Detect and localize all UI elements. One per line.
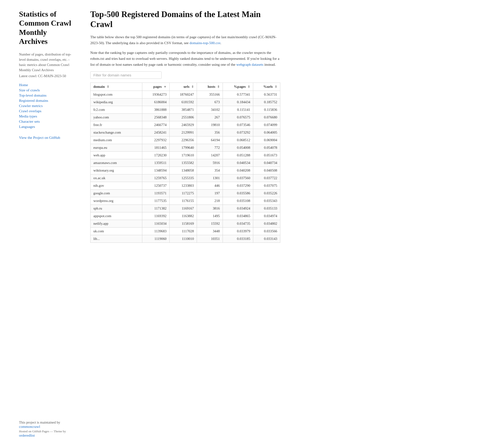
maintained-by-text: This project is maintained by commoncraw… xyxy=(19,420,74,429)
sidebar-nav-link[interactable]: Home xyxy=(19,83,28,87)
orderedlist-link[interactable]: orderedlist xyxy=(19,433,35,437)
table-row: web.app17202301719610142070.0512880.0516… xyxy=(90,151,280,159)
cell-pages: 1259765 xyxy=(142,174,169,182)
sort-icon-domain: ⇕ xyxy=(107,85,109,89)
cell-pctpages: 0.035108 xyxy=(223,197,253,204)
table-col-domain[interactable]: domain ⇕ xyxy=(90,82,142,91)
sidebar-nav-link[interactable]: Media types xyxy=(19,114,37,118)
cell-pctpages: 0.035586 xyxy=(223,189,253,197)
cell-pctpages: 0.076575 xyxy=(223,113,253,121)
main-title: Top-500 Registered Domains of the Latest… xyxy=(90,10,280,29)
table-row: google.com119357111722751970.0355860.035… xyxy=(90,189,280,197)
cell-hosts: 446 xyxy=(197,182,223,189)
sidebar-nav-link[interactable]: Size of crawls xyxy=(19,88,40,92)
sidebar-nav-link[interactable]: Crawler metrics xyxy=(19,104,43,108)
cell-pcturls: 0.035343 xyxy=(253,197,280,204)
webgraph-link[interactable]: webgraph datasets xyxy=(236,62,263,66)
cell-pctpages: 0.033979 xyxy=(223,227,253,235)
sort-icon-urls: ⇕ xyxy=(191,85,194,89)
table-col-urls[interactable]: urls ⇕ xyxy=(170,82,197,91)
table-row: yahoo.com256834825518062670.0765750.0766… xyxy=(90,113,280,121)
cell-pctpages: 0.577341 xyxy=(223,91,253,98)
cell-urls: 3854871 xyxy=(170,106,197,113)
csv-link[interactable]: domains-top-500.csv xyxy=(190,41,221,45)
cell-pcturls: 0.563731 xyxy=(253,91,280,98)
cell-hosts: 3448 xyxy=(197,227,223,235)
table-col-pages[interactable]: pages ▼ xyxy=(142,82,169,91)
cell-hosts: 197 xyxy=(197,189,223,197)
cell-domain: medium.com xyxy=(90,136,142,144)
cell-pages: 1348594 xyxy=(142,167,169,174)
cell-pages: 1811465 xyxy=(142,144,169,151)
cell-pcturls: 0.035133 xyxy=(253,204,280,212)
cell-domain: wikipedia.org xyxy=(90,98,142,106)
sidebar-nav-link[interactable]: Top-level domains xyxy=(19,93,47,97)
domain-filter-input[interactable] xyxy=(90,71,161,79)
table-col-pctpages[interactable]: %pages ⇕ xyxy=(223,82,253,91)
cell-pcturls: 0.051673 xyxy=(253,151,280,159)
cell-urls: 1172275 xyxy=(170,189,197,197)
cell-domain: uk.com xyxy=(90,227,142,235)
cell-urls: 1348058 xyxy=(170,167,197,174)
sidebar-nav-item: Registered domains xyxy=(19,99,74,103)
cell-pages: 1720230 xyxy=(142,151,169,159)
cell-pcturls: 0.034802 xyxy=(253,220,280,227)
cell-pages: 2568348 xyxy=(142,113,169,121)
cell-domain: appspot.com xyxy=(90,212,142,220)
sidebar-nav-link[interactable]: Languages xyxy=(19,125,35,129)
cell-pages: 1193571 xyxy=(142,189,169,197)
cell-hosts: 267 xyxy=(197,113,223,121)
cell-pcturls: 0.037075 xyxy=(253,182,280,189)
table-row: netlify.app11650341158169155920.0347350.… xyxy=(90,220,280,227)
cell-hosts: 15592 xyxy=(197,220,223,227)
cell-hosts: 5916 xyxy=(197,159,223,167)
cell-pctpages: 0.034924 xyxy=(223,204,253,212)
cell-pcturls: 0.185752 xyxy=(253,98,280,106)
cell-pctpages: 0.034735 xyxy=(223,220,253,227)
cell-pages: 1119060 xyxy=(142,235,169,243)
sidebar-nav-link[interactable]: Registered domains xyxy=(19,99,48,103)
cell-hosts: 64194 xyxy=(197,136,223,144)
cell-pcturls: 0.054078 xyxy=(253,144,280,151)
cell-urls: 1719610 xyxy=(170,151,197,159)
cell-hosts: 34102 xyxy=(197,106,223,113)
cell-urls: 1117028 xyxy=(170,227,197,235)
sidebar-nav-item: Languages xyxy=(19,125,74,129)
table-row: free.fr24667742465929198100.0735460.0740… xyxy=(90,121,280,129)
cell-pcturls: 0.033566 xyxy=(253,227,280,235)
cell-pctpages: 0.184434 xyxy=(223,98,253,106)
commoncrawl-link[interactable]: commoncrawl xyxy=(19,425,40,429)
cell-pages: 2297932 xyxy=(142,136,169,144)
table-body: blogspot.com19364273187602473551660.5773… xyxy=(90,91,280,243)
github-link[interactable]: View the Project on GitHub xyxy=(19,135,60,140)
cell-pcturls: 0.076680 xyxy=(253,113,280,121)
cell-urls: 1158169 xyxy=(170,220,197,227)
table-row: blogspot.com19364273187602473551660.5773… xyxy=(90,91,280,98)
cell-domain: wiktionary.org xyxy=(90,167,142,174)
table-row: medium.com22979322296356641940.0685120.0… xyxy=(90,136,280,144)
cell-urls: 2129991 xyxy=(170,129,197,136)
sidebar-nav-link[interactable]: Crawl overlaps xyxy=(19,109,41,113)
table-row: appspot.com1169392116388214950.0348650.0… xyxy=(90,212,280,220)
cell-pcturls: 0.069004 xyxy=(253,136,280,144)
cell-domain: blogspot.com xyxy=(90,91,142,98)
cell-pages: 1169392 xyxy=(142,212,169,220)
cell-domain: free.fr xyxy=(90,121,142,129)
sidebar-nav-item: Character sets xyxy=(19,119,74,124)
sidebar-nav-item: Crawler metrics xyxy=(19,104,74,108)
cell-pctpages: 0.054008 xyxy=(223,144,253,151)
cell-pages: 1171382 xyxy=(142,204,169,212)
table-col-pcturls[interactable]: %urls ⇕ xyxy=(253,82,280,91)
cell-pages: 2458241 xyxy=(142,129,169,136)
cell-pcturls: 0.040734 xyxy=(253,159,280,167)
cell-hosts: 10351 xyxy=(197,235,223,243)
cell-hosts: 1495 xyxy=(197,212,223,220)
sort-icon-pcturls: ⇕ xyxy=(274,85,277,89)
table-row: ox.ac.uk1259765125533513010.0375600.0377… xyxy=(90,174,280,182)
table-row: lib...11190601110010103510.0331850.03314… xyxy=(90,235,280,243)
cell-urls: 1163882 xyxy=(170,212,197,220)
table-row: wordpress.org117753511761552180.0351080.… xyxy=(90,197,280,204)
cell-domain: europa.eu xyxy=(90,144,142,151)
table-col-hosts[interactable]: hosts ⇕ xyxy=(197,82,223,91)
sidebar-nav-link[interactable]: Character sets xyxy=(19,119,40,123)
